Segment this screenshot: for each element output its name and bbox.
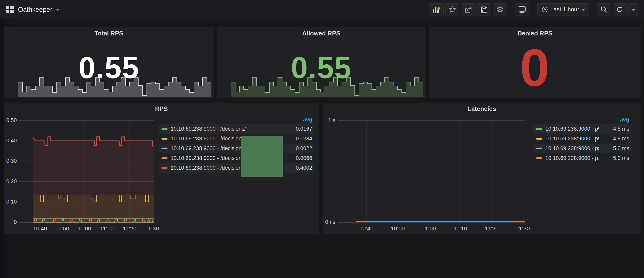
series-color-swatch[interactable] (162, 138, 168, 140)
add-panel-icon (432, 6, 440, 13)
cycle-view-button[interactable] (515, 3, 529, 16)
dashboard-grid-icon (6, 6, 14, 13)
series-avg-value: 0.0022 (282, 145, 312, 152)
series-avg-value: 0.1284 (282, 136, 312, 142)
stat-value: 0.55 (217, 50, 426, 85)
legend-header-row: avg (533, 115, 631, 124)
panel-title[interactable]: Allowed RPS (217, 30, 426, 37)
y-tick-label: 0.30 (0, 158, 17, 164)
zoom-out-button[interactable] (597, 3, 611, 16)
toolbar: ⚙ Last 1 hour (429, 3, 638, 16)
refresh-icon (616, 6, 624, 13)
series-name: 10.10.69.238:9000 - /decisions/ (171, 126, 282, 132)
legend-row[interactable]: 10.10.69.238:9000 - p1005.0 ms (533, 153, 631, 163)
dashboard-title-group[interactable]: Oathkeeper (6, 6, 60, 13)
legend-row[interactable]: 10.10.69.238:9000 - p995.0 ms (533, 144, 631, 153)
dashboard-title[interactable]: Oathkeeper (18, 6, 52, 13)
save-icon (480, 6, 488, 13)
refresh-interval-dropdown[interactable] (628, 3, 638, 16)
y-tick-label: 0 (0, 219, 17, 225)
x-tick-label: 10:50 (384, 226, 412, 232)
series-color-swatch[interactable] (536, 138, 542, 140)
series-color-swatch[interactable] (162, 167, 168, 169)
series-avg-value: 4.8 ms (599, 136, 629, 142)
time-range-picker[interactable]: Last 1 hour (537, 3, 589, 16)
save-button[interactable] (477, 3, 491, 16)
add-panel-button[interactable] (429, 3, 444, 16)
series-name: 10.10.69.238:9000 - p99 (545, 145, 599, 152)
y-tick-label: 0.20 (0, 178, 17, 185)
series-color-swatch[interactable] (162, 157, 168, 159)
series-avg-value: 0.0066 (282, 155, 312, 161)
star-icon (448, 6, 456, 13)
legend-avg-header[interactable]: avg (620, 117, 629, 123)
zoom-out-icon (600, 6, 608, 13)
series-color-swatch[interactable] (536, 148, 542, 149)
panel-total-rps: Total RPS 0.55 (4, 27, 214, 98)
y-tick-label: 0.40 (0, 138, 17, 144)
series-color-swatch[interactable] (536, 128, 542, 130)
y-tick-label: 0.50 (0, 117, 17, 123)
series-color-swatch[interactable] (162, 128, 168, 130)
caret-down-icon (632, 9, 635, 11)
panel-denied-rps: Denied RPS 0 (429, 27, 641, 98)
y-tick-label: 1 s (318, 117, 335, 123)
panel-title[interactable]: Denied RPS (429, 30, 641, 37)
panel-allowed-rps: Allowed RPS 0.55 (217, 27, 426, 98)
legend-row[interactable]: 10.10.69.238:9000 - p954.8 ms (533, 134, 631, 144)
tv-monitor-icon (518, 6, 526, 13)
legend-row[interactable]: 10.10.69.238:9000 - /decisions/0.4002 (159, 163, 314, 173)
y-tick-label: 0 ns (318, 219, 335, 225)
x-tick-label: 11:30 (509, 226, 537, 232)
series-name: 10.10.69.238:9000 - p100 (545, 155, 599, 161)
caret-down-icon (56, 9, 60, 11)
time-range-label: Last 1 hour (550, 6, 579, 13)
series-color-swatch[interactable] (536, 157, 542, 159)
series-color-swatch[interactable] (162, 148, 168, 149)
panel-title[interactable]: Total RPS (4, 30, 214, 37)
x-tick-label: 11:20 (478, 226, 506, 232)
caret-down-icon (582, 9, 585, 11)
panel-latencies-graph: Latencies avg10.10.69.238:9000 - p904.5 … (323, 103, 641, 234)
refresh-button[interactable] (613, 3, 627, 16)
chart-legend: avg10.10.69.238:9000 - /decisions/0.0167… (159, 115, 314, 173)
legend-row[interactable]: 10.10.69.238:9000 - p904.5 ms (533, 124, 631, 134)
legend-row[interactable]: 10.10.69.238:9000 - /decisions/0.1284 (159, 134, 314, 144)
stat-value: 0.55 (4, 50, 214, 85)
legend-row[interactable]: 10.10.69.238:9000 - /decisions/0.0167 (159, 124, 314, 134)
legend-header-row: avg (159, 115, 314, 124)
legend-row[interactable]: 10.10.69.238:9000 - /decisions/0.0022 (159, 144, 314, 153)
settings-button[interactable]: ⚙ (493, 3, 507, 16)
legend-avg-header[interactable]: avg (303, 117, 312, 123)
panel-title[interactable]: Latencies (323, 105, 641, 112)
x-tick-label: 11:30 (138, 226, 166, 232)
star-button[interactable] (446, 3, 459, 16)
share-button[interactable] (461, 3, 476, 16)
x-tick-label: 11:10 (446, 226, 474, 232)
series-avg-value: 0.0167 (282, 126, 312, 132)
legend-row[interactable]: 10.10.69.238:9000 - /decisions/0.0066 (159, 153, 314, 163)
gear-icon: ⚙ (496, 5, 504, 14)
x-tick-label: 10:40 (352, 226, 380, 232)
series-name: 10.10.69.238:9000 - p95 (545, 136, 599, 142)
series-avg-value: 0.4002 (282, 165, 312, 171)
chart-legend: avg10.10.69.238:9000 - p904.5 ms10.10.69… (533, 115, 631, 163)
series-avg-value: 5.0 ms (599, 155, 629, 161)
clock-icon (542, 6, 548, 13)
series-avg-value: 5.0 ms (599, 145, 629, 152)
series-name: 10.10.69.238:9000 - p90 (545, 126, 599, 132)
x-tick-label: 11:00 (415, 226, 443, 232)
share-icon (464, 6, 472, 13)
legend-overlay-box (241, 136, 283, 177)
panel-title[interactable]: RPS (4, 105, 318, 112)
navbar: Oathkeeper (0, 0, 644, 19)
series-avg-value: 4.5 ms (599, 126, 629, 132)
stat-value: 0 (429, 37, 641, 98)
y-tick-label: 0.10 (0, 199, 17, 205)
